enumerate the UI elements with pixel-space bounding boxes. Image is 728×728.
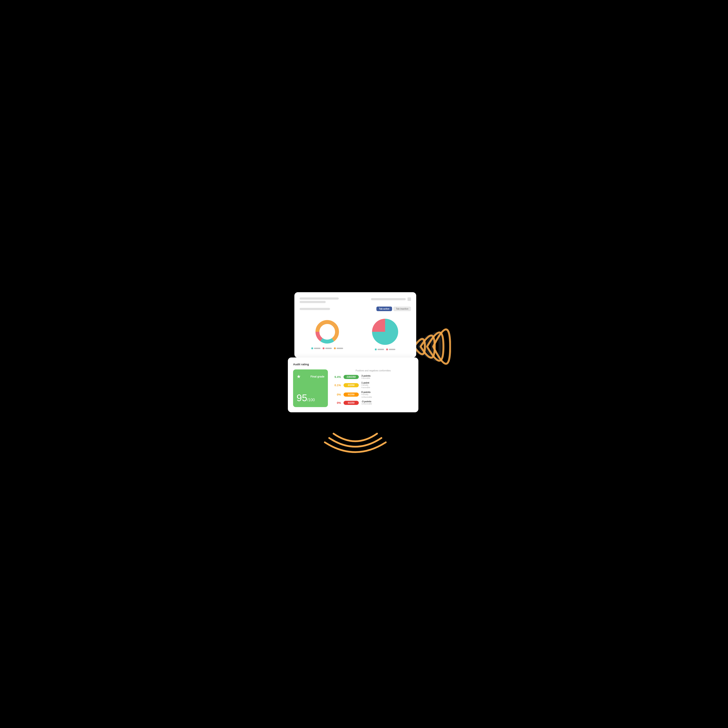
conformity-row-partially-favorable: 0.1% 2/2350 1 point PartiallyFavorable xyxy=(333,381,413,389)
donut-chart xyxy=(314,319,340,345)
sub-label-skeleton xyxy=(300,308,330,310)
percent-partially-favorable: 0.1% xyxy=(333,384,341,387)
charts-row xyxy=(300,315,411,352)
card-sub-header: Tab active Tab inactive xyxy=(300,307,411,311)
search-skeleton xyxy=(371,298,406,300)
tab-inactive-button[interactable]: Tab inactive xyxy=(393,307,411,311)
pie-chart xyxy=(371,318,399,346)
tab-active-button[interactable]: Tab active xyxy=(376,307,392,311)
final-grade-label: Final grade xyxy=(310,375,324,378)
header-skeleton-bars xyxy=(300,297,339,303)
audit-content: ★ Final grade 95/100 Positives and negat… xyxy=(293,369,413,407)
header-right xyxy=(371,297,411,301)
grade-value: 95/100 xyxy=(297,393,315,403)
badge-partially-unfavorable: 0/2350 xyxy=(344,393,359,397)
legend-pink xyxy=(323,347,332,349)
bottom-arcs-decoration xyxy=(323,431,388,453)
badge-favorable: 218/2350 xyxy=(344,375,359,379)
pie-legend-pink xyxy=(386,349,395,350)
badge-partially-favorable: 2/2350 xyxy=(344,383,359,387)
pie-chart-container xyxy=(371,318,399,350)
conformity-row-partially-unfavorable: 0% 0/2350 0 points PartiallyUnfavorable xyxy=(333,391,413,398)
tabs-area: Tab active Tab inactive xyxy=(376,307,411,311)
teal-dot xyxy=(311,347,313,349)
grade-number: 95 xyxy=(297,393,307,403)
conformities-section: Positives and negatives conformities 9.4… xyxy=(333,369,413,407)
badge-unfavorable: 0/2350 xyxy=(344,401,359,405)
pie-legend-text-skeleton2 xyxy=(389,349,395,350)
points-partially-favorable: 1 point PartiallyFavorable xyxy=(361,381,372,389)
conformities-title: Positives and negatives conformities xyxy=(333,369,413,372)
points-favorable: 3 points Favorable xyxy=(361,375,372,380)
svg-point-3 xyxy=(321,326,333,338)
audit-title: Audit rating xyxy=(293,363,413,366)
grade-header: ★ Final grade xyxy=(297,374,324,379)
menu-icon-skeleton xyxy=(407,297,411,301)
pie-legend-teal xyxy=(375,349,384,350)
grade-card: ★ Final grade 95/100 xyxy=(293,369,328,407)
star-icon: ★ xyxy=(297,374,301,379)
percent-unfavorable: 0% xyxy=(333,401,341,404)
legend-text-skeleton3 xyxy=(336,348,343,349)
grade-denominator: /100 xyxy=(307,398,315,402)
conformity-row-unfavorable: 0% 0/2350 -3 points Unfavorable xyxy=(333,400,413,405)
legend-orange xyxy=(334,347,343,349)
pie-legend-text-skeleton xyxy=(378,349,384,350)
subtitle-skeleton xyxy=(300,301,326,303)
legend-text-skeleton xyxy=(314,348,321,349)
audit-rating-card: Audit rating ★ Final grade 95/100 Positi… xyxy=(288,358,418,412)
donut-chart-container xyxy=(311,319,343,349)
percent-favorable: 9.4% xyxy=(333,375,341,379)
legend-teal xyxy=(311,347,321,349)
pie-pink-dot xyxy=(386,349,388,350)
card-header xyxy=(300,297,411,303)
pink-dot xyxy=(323,347,324,349)
points-partially-unfavorable: 0 points PartiallyUnfavorable xyxy=(361,391,372,398)
conformity-row-favorable: 9.4% 218/2350 3 points Favorable xyxy=(333,375,413,380)
analytics-card: Tab active Tab inactive xyxy=(294,292,416,358)
orange-dot xyxy=(334,347,336,349)
pie-teal-dot xyxy=(375,349,376,350)
legend-text-skeleton2 xyxy=(325,348,332,349)
pie-legend xyxy=(375,349,395,350)
percent-partially-unfavorable: 0% xyxy=(333,393,341,396)
donut-legend xyxy=(311,347,343,349)
points-unfavorable: -3 points Unfavorable xyxy=(361,400,372,405)
title-skeleton xyxy=(300,297,339,300)
